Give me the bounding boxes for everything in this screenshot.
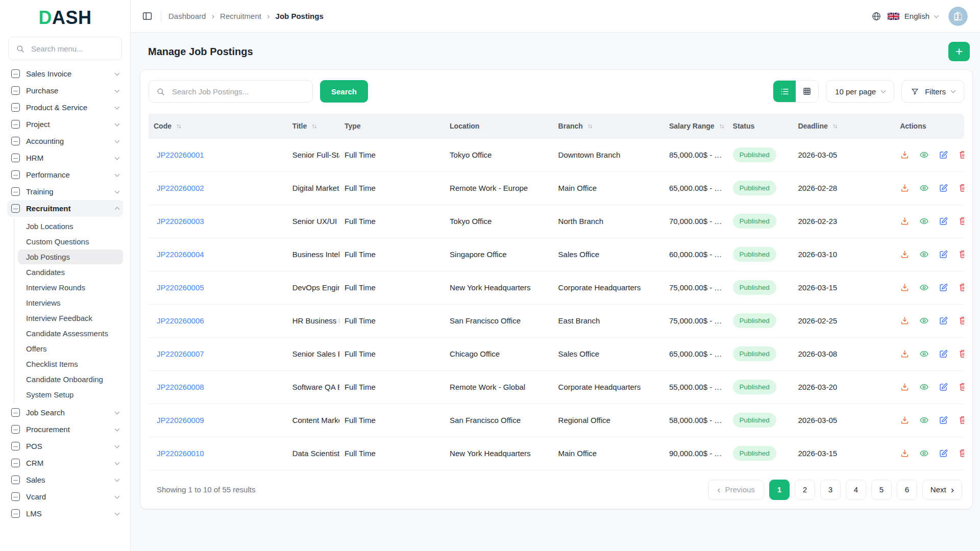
job-code-link[interactable]: JP220260007 — [157, 349, 204, 358]
sidebar-toggle-button[interactable] — [141, 10, 154, 22]
edit-row-button[interactable] — [939, 316, 948, 325]
download-row-button[interactable] — [900, 448, 910, 458]
sidebar-item[interactable]: Sales — [7, 471, 123, 488]
page-number-button[interactable]: 6 — [897, 480, 917, 500]
edit-row-button[interactable] — [939, 249, 948, 259]
breadcrumb-dashboard[interactable]: Dashboard — [168, 12, 206, 20]
edit-row-button[interactable] — [939, 183, 948, 193]
sort-icon[interactable] — [832, 122, 837, 130]
download-row-button[interactable] — [900, 216, 910, 226]
search-button[interactable]: Search — [320, 80, 368, 103]
delete-row-button[interactable] — [958, 283, 964, 292]
sidebar-item[interactable]: Job Search — [7, 404, 123, 421]
view-row-button[interactable] — [919, 283, 929, 292]
download-row-button[interactable] — [900, 249, 910, 259]
per-page-dropdown[interactable]: 10 per page — [826, 80, 894, 103]
sidebar-subitem[interactable]: Interviews — [18, 295, 123, 310]
edit-row-button[interactable] — [939, 216, 948, 226]
list-view-button[interactable] — [773, 81, 796, 102]
view-row-button[interactable] — [919, 415, 929, 425]
sidebar-subitem[interactable]: Job Postings — [18, 249, 123, 264]
view-row-button[interactable] — [919, 349, 929, 359]
sidebar-search[interactable] — [8, 37, 122, 60]
download-row-button[interactable] — [900, 349, 910, 359]
edit-row-button[interactable] — [939, 448, 948, 458]
page-number-button[interactable]: 5 — [871, 480, 892, 500]
sidebar-subitem[interactable]: System Setup — [18, 387, 123, 402]
view-row-button[interactable] — [919, 216, 929, 226]
sidebar-item[interactable]: CRM — [7, 455, 123, 471]
edit-row-button[interactable] — [939, 415, 948, 425]
previous-page-button[interactable]: Previous — [708, 480, 764, 500]
view-row-button[interactable] — [919, 183, 929, 193]
sort-icon[interactable] — [311, 122, 316, 130]
delete-row-button[interactable] — [958, 349, 964, 359]
delete-row-button[interactable] — [958, 415, 964, 425]
download-row-button[interactable] — [900, 150, 910, 160]
view-row-button[interactable] — [919, 448, 929, 458]
edit-row-button[interactable] — [939, 150, 948, 160]
edit-row-button[interactable] — [939, 283, 948, 292]
job-code-link[interactable]: JP220260006 — [157, 316, 204, 325]
delete-row-button[interactable] — [958, 150, 964, 160]
sidebar-subitem[interactable]: Checklist Items — [18, 357, 123, 371]
sidebar-item[interactable]: Vcard — [7, 488, 123, 505]
job-code-link[interactable]: JP220260001 — [157, 151, 204, 159]
globe-icon[interactable] — [870, 10, 883, 22]
breadcrumb-job-postings[interactable]: Job Postings — [276, 12, 324, 20]
delete-row-button[interactable] — [958, 382, 964, 392]
add-job-posting-button[interactable] — [948, 42, 970, 61]
job-code-link[interactable]: JP220260010 — [157, 449, 204, 458]
sidebar-item[interactable]: POS — [7, 438, 123, 455]
sidebar-subitem[interactable]: Offers — [18, 341, 123, 356]
table-search[interactable] — [149, 80, 313, 103]
download-row-button[interactable] — [900, 316, 910, 325]
sidebar-subitem[interactable]: Job Locations — [18, 219, 123, 234]
delete-row-button[interactable] — [958, 183, 964, 193]
breadcrumb-recruitment[interactable]: Recruitment — [220, 12, 261, 20]
sidebar-item[interactable]: Purchase — [7, 82, 123, 99]
page-number-button[interactable]: 4 — [846, 480, 866, 500]
sort-icon[interactable] — [587, 122, 592, 130]
sidebar-item[interactable]: Product & Service — [7, 99, 123, 116]
next-page-button[interactable]: Next — [922, 480, 962, 500]
sidebar-search-input[interactable] — [30, 44, 115, 54]
download-row-button[interactable] — [900, 283, 910, 292]
view-row-button[interactable] — [919, 316, 929, 325]
sort-icon[interactable] — [176, 122, 181, 130]
delete-row-button[interactable] — [958, 216, 964, 226]
sort-icon[interactable] — [719, 122, 724, 130]
sidebar-subitem[interactable]: Interview Rounds — [18, 280, 123, 295]
table-search-input[interactable] — [171, 87, 306, 96]
sidebar-subitem[interactable]: Candidate Assessments — [18, 326, 123, 341]
job-code-link[interactable]: JP220260008 — [157, 383, 204, 391]
sidebar-subitem[interactable]: Candidate Onboarding — [18, 372, 123, 387]
sidebar-item[interactable]: HRM — [7, 149, 123, 166]
sidebar-item-recruitment[interactable]: Recruitment — [7, 200, 123, 217]
grid-view-button[interactable] — [796, 81, 818, 102]
job-code-link[interactable]: JP220260005 — [157, 283, 204, 292]
page-number-button[interactable]: 1 — [769, 480, 790, 500]
view-row-button[interactable] — [919, 382, 929, 392]
download-row-button[interactable] — [900, 415, 910, 425]
job-code-link[interactable]: JP220260003 — [157, 217, 204, 226]
delete-row-button[interactable] — [958, 249, 964, 259]
sidebar-subitem[interactable]: Candidates — [18, 265, 123, 280]
edit-row-button[interactable] — [939, 349, 948, 359]
job-code-link[interactable]: JP220260002 — [157, 184, 204, 192]
sidebar-subitem[interactable]: Interview Feedback — [18, 311, 123, 325]
sidebar-item[interactable]: Training — [7, 183, 123, 200]
language-selector[interactable]: English — [904, 12, 929, 20]
edit-row-button[interactable] — [939, 382, 948, 392]
sidebar-item[interactable]: Performance — [7, 166, 123, 183]
user-avatar[interactable] — [948, 7, 968, 26]
sidebar-item[interactable]: Project — [7, 116, 123, 133]
download-row-button[interactable] — [900, 382, 910, 392]
page-number-button[interactable]: 2 — [795, 480, 815, 500]
view-row-button[interactable] — [919, 150, 929, 160]
delete-row-button[interactable] — [958, 448, 964, 458]
page-number-button[interactable]: 3 — [820, 480, 841, 500]
job-code-link[interactable]: JP220260009 — [157, 416, 204, 424]
view-row-button[interactable] — [919, 249, 929, 259]
sidebar-item[interactable]: LMS — [7, 505, 123, 522]
